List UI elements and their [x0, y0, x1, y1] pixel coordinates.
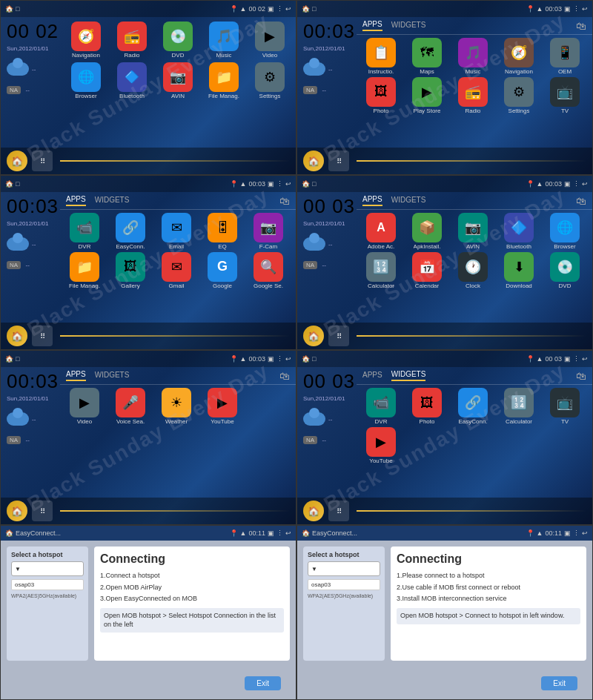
home-btn-2[interactable]: 🏠 [303, 151, 324, 171]
app-weather[interactable]: ☀ Weather [155, 388, 198, 426]
app-music2[interactable]: 🎵 Music [451, 38, 494, 76]
store-icon-2[interactable]: 🛍 [576, 20, 586, 32]
app-browser[interactable]: 🌐 Browser [64, 62, 107, 100]
apps-button[interactable]: ⠿ [32, 151, 53, 171]
app-googlesearch[interactable]: 🔍 Google Se. [247, 252, 290, 290]
store-icon-5[interactable]: 🛍 [279, 370, 290, 382]
app-easyconn2[interactable]: 🔗 EasyConn. [451, 388, 494, 426]
tab-widgets-4[interactable]: WIDGETS [391, 196, 426, 205]
tab-widgets-2[interactable]: WIDGETS [391, 21, 426, 30]
app-gmail[interactable]: ✉ Gmail [155, 252, 198, 290]
pin-icon-6: 📍 [526, 355, 534, 363]
tab-apps-6[interactable]: APPS [362, 371, 382, 380]
exit-button-right[interactable]: Exit [541, 676, 577, 690]
conn-select-box-left[interactable]: ▼ [11, 561, 84, 576]
app-dvd[interactable]: 💿 DVD [156, 22, 199, 59]
apps-btn-4[interactable]: ⠿ [328, 326, 349, 346]
app-adobe[interactable]: A Adobe Ac. [360, 213, 402, 251]
app-avin2[interactable]: 📷 AVIN [451, 213, 494, 251]
app-maps[interactable]: 🗺 Maps [405, 38, 448, 76]
app-dvr[interactable]: 📹 DVR [63, 213, 106, 251]
tv2-icon: 📺 [550, 388, 580, 417]
app-dvr2[interactable]: 📹 DVR [360, 388, 402, 426]
apps-btn-2[interactable]: ⠿ [328, 151, 349, 171]
conn-right-panel-left: Connecting 1.Connect a hotspot 2.Open MO… [94, 547, 290, 661]
tab-widgets-6[interactable]: WIDGETS [391, 370, 426, 381]
app-youtube2[interactable]: ▶ YouTube [360, 427, 402, 465]
tab-apps-3[interactable]: APPS [66, 195, 86, 206]
app-photo[interactable]: 🖼 Photo [360, 77, 402, 115]
store-icon-3[interactable]: 🛍 [279, 195, 290, 207]
app-browser2[interactable]: 🌐 Browser [543, 213, 586, 251]
app-easyconn[interactable]: 🔗 EasyConn. [109, 213, 152, 251]
conn-wifi-name-r[interactable]: osap03 [308, 579, 380, 590]
app-tv2[interactable]: 📺 TV [543, 388, 586, 426]
app-apkinstall[interactable]: 📦 ApkInstall. [405, 213, 448, 251]
wifi-icon-4: ▲ [537, 180, 543, 188]
store-icon-6[interactable]: 🛍 [576, 370, 586, 382]
conn-wifi-name[interactable]: osap03 [11, 579, 84, 590]
app-tv[interactable]: 📺 TV [543, 77, 586, 115]
app-music[interactable]: 🎵 Music [202, 22, 245, 59]
back-4: ↩ [582, 180, 588, 188]
app-radio2[interactable]: 📻 Radio [451, 77, 494, 115]
apps-btn-3[interactable]: ⠿ [32, 326, 53, 346]
home-btn-3[interactable]: 🏠 [7, 326, 27, 346]
dvd-label: DVD [172, 53, 185, 59]
home-button[interactable]: 🏠 [7, 151, 27, 171]
na-badge-3: NA [7, 261, 21, 269]
app-google[interactable]: G Google [201, 252, 244, 290]
tab-apps-5[interactable]: APPS [66, 370, 86, 381]
pin-icon-2: 📍 [526, 5, 534, 13]
battery-6: ▣ [564, 355, 571, 363]
tab-apps-4[interactable]: APPS [362, 195, 382, 206]
app-calculator2[interactable]: 🔢 Calculator [497, 388, 540, 426]
app-youtube[interactable]: ▶ YouTube [201, 388, 244, 426]
fcam-icon: 📷 [254, 213, 283, 242]
app-calendar[interactable]: 📅 Calendar [405, 252, 448, 290]
status-right: 📍 ▲ 00 02 ▣ ⋮ ↩ [230, 5, 291, 13]
app-voicesearch[interactable]: 🎤 Voice Sea. [109, 388, 152, 426]
apps-btn-6[interactable]: ⠿ [328, 501, 349, 521]
home-btn-6[interactable]: 🏠 [303, 501, 324, 521]
tab-apps-2[interactable]: APPS [362, 20, 382, 31]
app-dvd2[interactable]: 💿 DVD [543, 252, 586, 290]
status-bar-6: 🏠 □ 📍 ▲ 00 03 ▣ ⋮ ↩ [297, 351, 592, 367]
home-btn-4[interactable]: 🏠 [303, 326, 324, 346]
tab-widgets-5[interactable]: WIDGETS [95, 371, 130, 380]
app-eq[interactable]: 🎛 EQ [201, 213, 244, 251]
app-settings[interactable]: ⚙ Settings [248, 62, 291, 100]
home-btn-5[interactable]: 🏠 [7, 501, 27, 521]
app-bluetooth2[interactable]: 🔷 Bluetooth [497, 213, 540, 251]
app-radio[interactable]: 📻 Radio [110, 22, 153, 59]
app-navigation[interactable]: 🧭 Navigation [64, 22, 107, 59]
app-bluetooth[interactable]: 🔷 Bluetooth [110, 62, 153, 100]
app-video2[interactable]: ▶ Video [63, 388, 106, 426]
app-download[interactable]: ⬇ Download [497, 252, 540, 290]
sd-icon-2: □ [312, 5, 316, 13]
app-filemanager[interactable]: 📁 File Manag. [202, 62, 245, 100]
app-clock[interactable]: 🕐 Clock [451, 252, 494, 290]
app-playstore[interactable]: ▶ Play Store [405, 77, 448, 115]
bottom-bar-6: 🏠 ⠿ [297, 498, 592, 524]
store-icon-4[interactable]: 🛍 [576, 195, 586, 207]
app-calculator[interactable]: 🔢 Calculator [360, 252, 402, 290]
app-video[interactable]: ▶ Video [248, 22, 291, 59]
app-avin[interactable]: 📷 AVIN [156, 62, 199, 100]
conn-instruction-right: Open MOB hotspot > Connect to hotspot in… [397, 608, 580, 624]
app-email[interactable]: ✉ Email [155, 213, 198, 251]
apps-btn-5[interactable]: ⠿ [32, 501, 53, 521]
app-instructions[interactable]: 📋 Instructio. [360, 38, 402, 76]
app-filemanager2[interactable]: 📁 File Manag. [63, 252, 106, 290]
app-photo2[interactable]: 🖼 Photo [405, 388, 448, 426]
app-navigation2[interactable]: 🧭 Navigation [497, 38, 540, 76]
app-oem[interactable]: 📱 OEM [543, 38, 586, 76]
app-settings2[interactable]: ⚙ Settings [497, 77, 540, 115]
tab-widgets-3[interactable]: WIDGETS [95, 196, 130, 205]
app-fcam[interactable]: 📷 F-Cam [247, 213, 290, 251]
conn-heading-left: Connecting [100, 552, 284, 566]
app-gallery[interactable]: 🖼 Gallery [109, 252, 152, 290]
exit-button-left[interactable]: Exit [245, 676, 281, 690]
conn-select-box-right[interactable]: ▼ [308, 561, 380, 576]
conn-step3-left: 3.Open EasyConnected on MOB [100, 595, 284, 604]
